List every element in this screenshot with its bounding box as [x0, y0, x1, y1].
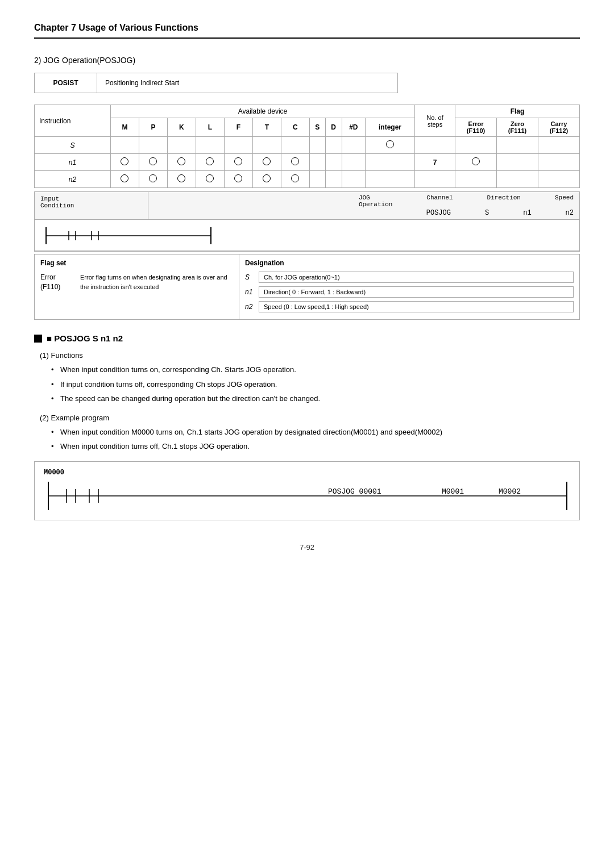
col-integer: integer	[366, 118, 415, 137]
desig-n1-desc: Direction( 0 : Forward, 1 : Backward)	[259, 286, 574, 298]
flag-set-title: Flag set	[40, 259, 233, 267]
flag-row-error: Error(F110) Error flag turns on when des…	[40, 273, 233, 292]
col-c: C	[281, 118, 309, 137]
table-row: n2	[35, 171, 580, 188]
circle-n2-c	[291, 174, 299, 182]
circle-n1-p	[149, 157, 157, 165]
posist-table: POSIST Positioning Indirect Start	[34, 73, 398, 93]
list-item: When input condition turns off, Ch.1 sto…	[51, 441, 580, 452]
no-of-steps-label: No. ofsteps	[415, 105, 455, 137]
jog-operation-panel: JOGOperation Channel Direction Speed POS…	[148, 192, 579, 219]
jog-label: JOGOperation	[359, 194, 392, 208]
flag-zero-header: Zero(F111)	[497, 118, 538, 137]
posjog-heading-text: ■ POSJOG S n1 n2	[47, 333, 123, 343]
jog-n1-value: n1	[523, 209, 531, 217]
list-item: When input condition turns on, correspon…	[51, 364, 580, 375]
col-m: M	[110, 118, 139, 137]
col-f: F	[224, 118, 252, 137]
circle-n2-p	[149, 174, 157, 182]
flag-desig-container: Flag set Error(F110) Error flag turns on…	[34, 254, 580, 320]
example-ladder-diagram: M0000 POSJOG 00001 M0001 M0002	[34, 461, 580, 520]
circle-n2-f	[234, 174, 242, 182]
list-item: The speed can be changed during operatio…	[51, 393, 580, 404]
circle-n1-m	[121, 157, 128, 165]
col-s: S	[309, 118, 325, 137]
desig-s-desc: Ch. for JOG operation(0~1)	[259, 272, 574, 283]
row-n2-label: n2	[35, 171, 111, 188]
example-list: When input condition M0000 turns on, Ch.…	[51, 427, 580, 452]
page-footer: 7-92	[34, 543, 580, 552]
designation-title: Designation	[245, 259, 574, 267]
circle-n2-l	[206, 174, 214, 182]
circle-n1-t	[263, 157, 271, 165]
flag-section: Flag set Error(F110) Error flag turns on…	[35, 254, 239, 319]
circle-n1-c	[291, 157, 299, 165]
ladder-example-svg: POSJOG 00001 M0001 M0002	[44, 479, 578, 513]
jog-diagram-box: InputCondition JOGOperation Channel Dire…	[34, 191, 580, 252]
desig-row-s: S Ch. for JOG operation(0~1)	[245, 272, 574, 283]
list-item: When input condition M0000 turns on, Ch.…	[51, 427, 580, 438]
table-row: S	[35, 137, 580, 154]
section-title: 2) JOG Operation(POSJOG)	[34, 56, 580, 65]
circle-n2-t	[263, 174, 271, 182]
circle-n1-k	[177, 157, 185, 165]
circle-n2-m	[121, 174, 128, 182]
channel-label: Channel	[426, 194, 453, 208]
desig-s-label: S	[245, 273, 259, 281]
jog-n2-value: n2	[566, 209, 574, 217]
example-title: (2) Example program	[40, 414, 580, 422]
jog-s-value: S	[485, 209, 489, 217]
black-square-icon	[34, 335, 42, 343]
col-p: P	[139, 118, 167, 137]
posjog-heading: ■ POSJOG S n1 n2	[34, 333, 580, 343]
posjog-instruction: POSJOG	[426, 209, 451, 217]
flag-error-label: Error(F110)	[40, 273, 80, 292]
instruction-table: Instruction Available device No. ofsteps…	[34, 105, 580, 188]
col-d: D	[325, 118, 342, 137]
ladder-contact-label: M0000	[44, 469, 570, 477]
circle-n1-l	[206, 157, 214, 165]
table-row: n1 7	[35, 154, 580, 171]
functions-list: When input condition turns on, correspon…	[51, 364, 580, 404]
flag-error-desc: Error flag turns on when designating are…	[80, 273, 233, 291]
col-t: T	[252, 118, 281, 137]
ladder-svg	[40, 224, 222, 247]
desig-n2-label: n2	[245, 303, 259, 311]
svg-text:M0001: M0001	[442, 487, 464, 496]
steps-n1: 7	[415, 154, 455, 171]
circle-s-integer	[386, 140, 394, 148]
functions-title: (1) Functions	[40, 351, 580, 360]
desig-row-n1: n1 Direction( 0 : Forward, 1 : Backward)	[245, 286, 574, 298]
svg-text:POSJOG 00001: POSJOG 00001	[328, 487, 381, 496]
designation-section: Designation S Ch. for JOG operation(0~1)…	[239, 254, 579, 319]
row-n1-label: n1	[35, 154, 111, 171]
desig-n2-desc: Speed (0 : Low speed,1 : High speed)	[259, 301, 574, 312]
posist-label: POSIST	[35, 73, 97, 93]
desig-row-n2: n2 Speed (0 : Low speed,1 : High speed)	[245, 301, 574, 312]
row-s-label: S	[35, 137, 111, 154]
posist-value: Positioning Indirect Start	[97, 73, 398, 93]
available-device-label: Available device	[110, 105, 414, 118]
ladder-contacts-area	[35, 220, 579, 251]
desig-n1-label: n1	[245, 288, 259, 296]
input-condition-label: InputCondition	[35, 192, 148, 219]
circle-n1-f	[234, 157, 242, 165]
instruction-label: Instruction	[35, 105, 111, 137]
flag-error-header: Error(F110)	[455, 118, 497, 137]
col-nd: #D	[342, 118, 365, 137]
list-item: If input condition turns off, correspond…	[51, 379, 580, 390]
svg-text:M0002: M0002	[499, 487, 521, 496]
flag-carry-header: Carry(F112)	[538, 118, 579, 137]
direction-label: Direction	[487, 194, 521, 208]
col-l: L	[196, 118, 224, 137]
col-k: K	[167, 118, 196, 137]
speed-label: Speed	[555, 194, 574, 208]
circle-n1-error	[472, 157, 480, 165]
chapter-title: Chapter 7 Usage of Various Functions	[34, 23, 580, 39]
flag-label: Flag	[455, 105, 580, 118]
circle-n2-k	[177, 174, 185, 182]
